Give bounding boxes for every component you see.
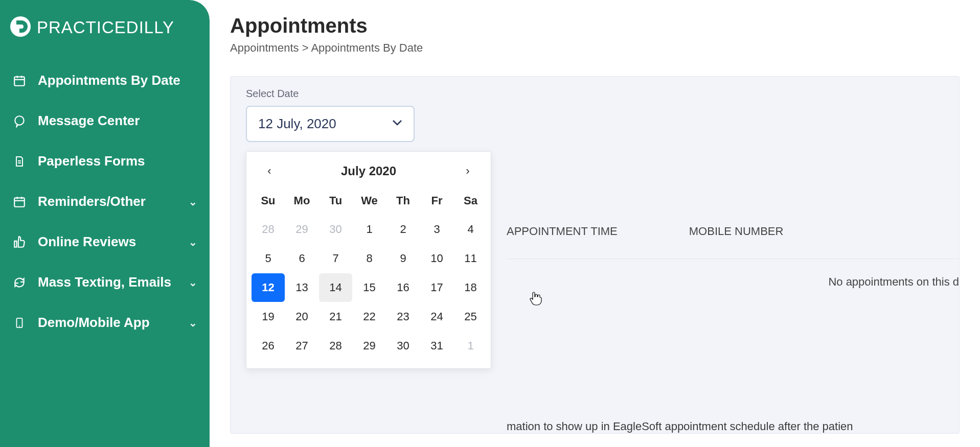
calendar-dow-cell: Fr [420, 186, 453, 215]
appointments-table: APPOINTMENT TIME MOBILE NUMBER No appoin… [507, 225, 959, 289]
calendar-day-cell[interactable]: 22 [353, 302, 386, 331]
calendar-dow-cell: We [353, 186, 386, 215]
calendar-day-cell[interactable]: 29 [353, 332, 386, 360]
calendar-dow-cell: Th [386, 186, 420, 215]
chat-icon [12, 114, 27, 128]
calendar-dow-row: SuMoTuWeThFrSa [252, 186, 486, 215]
calendar-dow-cell: Tu [319, 186, 352, 215]
main-content: Appointments Appointments > Appointments… [210, 0, 980, 447]
calendar-day-cell[interactable]: 12 [252, 273, 285, 302]
breadcrumb: Appointments > Appointments By Date [230, 41, 960, 55]
calendar-day-cell[interactable]: 3 [420, 215, 453, 244]
calendar-day-cell[interactable]: 28 [319, 332, 352, 360]
calendar-day-cell[interactable]: 19 [252, 302, 285, 331]
calendar-day-cell[interactable]: 8 [353, 244, 386, 273]
calendar-day-cell[interactable]: 17 [420, 273, 453, 302]
calendar-day-cell[interactable]: 2 [386, 215, 420, 244]
sidebar-item-label: Paperless Forms [38, 153, 145, 169]
calendar-day-cell[interactable]: 31 [420, 332, 453, 360]
calendar-day-cell[interactable]: 20 [285, 302, 318, 331]
calendar-dow-cell: Su [252, 186, 285, 215]
sidebar-item-label: Message Center [38, 113, 140, 129]
calendar-day-cell[interactable]: 4 [454, 215, 487, 244]
calendar-popup: ‹ July 2020 › SuMoTuWeThFrSa 28293012345… [246, 151, 491, 369]
no-appointments-message: No appointments on this d [828, 275, 959, 289]
calendar-day-cell[interactable]: 9 [386, 244, 420, 273]
calendar-icon [12, 74, 27, 87]
sidebar-item-label: Mass Texting, Emails [38, 274, 171, 290]
sidebar-item-demo-mobile-app[interactable]: Demo/Mobile App ⌄ [0, 302, 210, 343]
calendar-day-cell[interactable]: 14 [319, 273, 352, 302]
chevron-down-icon: ⌄ [189, 276, 197, 289]
chevron-down-icon: ⌄ [189, 236, 197, 248]
brand-mark-icon [9, 15, 32, 40]
sidebar: PRACTICEDILLY Appointments By Date Messa… [0, 0, 210, 447]
column-header-mobile-number: MOBILE NUMBER [689, 225, 784, 238]
column-header-appointment-time: APPOINTMENT TIME [507, 225, 618, 238]
calendar-day-cell[interactable]: 25 [454, 302, 487, 331]
calendar-day-cell[interactable]: 26 [252, 332, 285, 360]
calendar-day-cell[interactable]: 13 [285, 273, 318, 302]
info-hint-text: mation to show up in EagleSoft appointme… [507, 420, 959, 433]
calendar-day-cell[interactable]: 27 [285, 332, 318, 360]
brand-name: PRACTICEDILLY [37, 18, 174, 37]
sidebar-item-label: Reminders/Other [38, 194, 146, 209]
svg-rect-8 [14, 198, 25, 206]
calendar-day-cell[interactable]: 1 [353, 215, 386, 244]
date-picker-input[interactable]: 12 July, 2020 [246, 106, 415, 142]
calendar-month-title[interactable]: July 2020 [341, 164, 396, 178]
date-value: 12 July, 2020 [258, 116, 336, 132]
sidebar-item-label: Demo/Mobile App [38, 315, 150, 331]
thumbs-up-icon [12, 236, 27, 249]
calendar-day-cell[interactable]: 28 [252, 215, 285, 244]
calendar-dow-cell: Mo [285, 186, 318, 215]
calendar-day-cell[interactable]: 1 [454, 332, 487, 360]
calendar-day-cell[interactable]: 30 [386, 332, 420, 360]
sidebar-item-reminders-other[interactable]: Reminders/Other ⌄ [0, 181, 210, 222]
chevron-down-icon: ⌄ [189, 196, 197, 208]
calendar-day-cell[interactable]: 6 [285, 244, 318, 273]
calendar-day-cell[interactable]: 15 [353, 273, 386, 302]
calendar-day-cell[interactable]: 10 [420, 244, 453, 273]
calendar-day-cell[interactable]: 30 [319, 215, 352, 244]
calendar-day-grid: 2829301234567891011121314151617181920212… [252, 215, 486, 360]
calendar-day-cell[interactable]: 11 [454, 244, 487, 273]
sidebar-item-appointments-by-date[interactable]: Appointments By Date [0, 60, 210, 101]
select-date-label: Select Date [246, 88, 944, 100]
sidebar-item-message-center[interactable]: Message Center [0, 101, 210, 141]
brand-logo: PRACTICEDILLY [0, 10, 210, 60]
sidebar-item-mass-texting-emails[interactable]: Mass Texting, Emails ⌄ [0, 262, 210, 302]
calendar-day-cell[interactable]: 29 [285, 215, 318, 244]
content-panel: Select Date 12 July, 2020 ‹ July 2020 › … [230, 76, 960, 434]
chevron-down-icon: ⌄ [189, 317, 197, 329]
page-title: Appointments [230, 14, 960, 37]
calendar-next-month[interactable]: › [460, 164, 475, 178]
document-icon [12, 155, 27, 168]
calendar-day-cell[interactable]: 23 [386, 302, 420, 331]
calendar-day-cell[interactable]: 16 [386, 273, 420, 302]
calendar-day-cell[interactable]: 5 [252, 244, 285, 273]
phone-icon [12, 316, 27, 330]
calendar-day-cell[interactable]: 21 [319, 302, 352, 331]
calendar-dow-cell: Sa [454, 186, 487, 215]
calendar-day-cell[interactable]: 24 [420, 302, 453, 331]
sidebar-item-paperless-forms[interactable]: Paperless Forms [0, 141, 210, 181]
svg-rect-1 [14, 77, 25, 85]
sidebar-item-label: Online Reviews [38, 234, 136, 250]
sidebar-item-online-reviews[interactable]: Online Reviews ⌄ [0, 222, 210, 262]
calendar-prev-month[interactable]: ‹ [262, 164, 277, 178]
refresh-icon [12, 276, 27, 289]
calendar-day-cell[interactable]: 7 [319, 244, 352, 273]
calendar-day-cell[interactable]: 18 [454, 273, 487, 302]
sidebar-item-label: Appointments By Date [38, 73, 180, 88]
chevron-down-icon [392, 119, 402, 129]
bell-icon [12, 195, 27, 208]
